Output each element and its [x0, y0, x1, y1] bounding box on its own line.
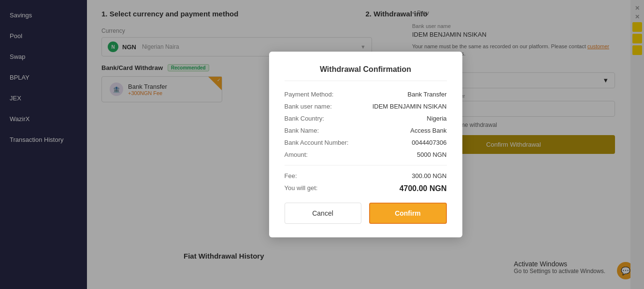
- modal-bank-name-label: Bank Name:: [285, 127, 319, 134]
- main-content: 1. Select currency and payment method 2.…: [87, 0, 644, 289]
- modal-account-number-label: Bank Account Number:: [285, 139, 349, 146]
- modal-fee-label: Fee:: [285, 172, 297, 179]
- modal-payment-method-value: Bank Transfer: [408, 91, 447, 98]
- modal-buttons: Cancel Confirm: [285, 203, 447, 224]
- modal-amount-label: Amount:: [285, 151, 308, 158]
- sidebar-item-wazirx[interactable]: WazirX: [0, 109, 87, 129]
- modal-account-number-value: 0044407306: [412, 139, 446, 146]
- sidebar-item-jex[interactable]: JEX: [0, 88, 87, 109]
- modal-row-bank-user-name: Bank user name: IDEM BENJAMIN NSIKAN: [285, 103, 447, 110]
- modal-row-account-number: Bank Account Number: 0044407306: [285, 139, 447, 146]
- sidebar-item-swap[interactable]: Swap: [0, 46, 87, 67]
- modal-row-bank-name: Bank Name: Access Bank: [285, 127, 447, 134]
- withdrawal-confirmation-modal: Withdrawal Confirmation Payment Method: …: [269, 52, 462, 237]
- sidebar-item-pool[interactable]: Pool: [0, 26, 87, 46]
- modal-divider: [285, 165, 447, 165]
- sidebar-item-txhistory[interactable]: Transaction History: [0, 129, 87, 150]
- modal-bank-name-value: Access Bank: [410, 127, 446, 134]
- confirm-button[interactable]: Confirm: [369, 203, 447, 224]
- modal-bank-country-value: Nigeria: [427, 115, 446, 122]
- modal-you-get-label: You will get:: [285, 184, 318, 192]
- modal-row-bank-country: Bank Country: Nigeria: [285, 115, 447, 122]
- modal-payment-method-label: Payment Method:: [285, 91, 334, 98]
- modal-bank-country-label: Bank Country:: [285, 115, 324, 122]
- cancel-button[interactable]: Cancel: [285, 203, 361, 224]
- modal-row-you-get: You will get: 4700.00 NGN: [285, 184, 447, 193]
- modal-overlay: Withdrawal Confirmation Payment Method: …: [87, 0, 644, 289]
- modal-you-get-value: 4700.00 NGN: [400, 184, 447, 193]
- modal-fee-value: 300.00 NGN: [412, 172, 446, 179]
- modal-row-amount: Amount: 5000 NGN: [285, 151, 447, 158]
- modal-bank-user-name-label: Bank user name:: [285, 103, 332, 110]
- sidebar-item-bplay[interactable]: BPLAY: [0, 67, 87, 88]
- sidebar: Savings Pool Swap BPLAY JEX WazirX Trans…: [0, 0, 87, 289]
- modal-bank-user-name-value: IDEM BENJAMIN NSIKAN: [372, 103, 447, 110]
- modal-row-payment-method: Payment Method: Bank Transfer: [285, 91, 447, 98]
- modal-title: Withdrawal Confirmation: [285, 65, 447, 81]
- sidebar-item-savings[interactable]: Savings: [0, 5, 87, 26]
- modal-amount-value: 5000 NGN: [417, 151, 446, 158]
- modal-row-fee: Fee: 300.00 NGN: [285, 172, 447, 179]
